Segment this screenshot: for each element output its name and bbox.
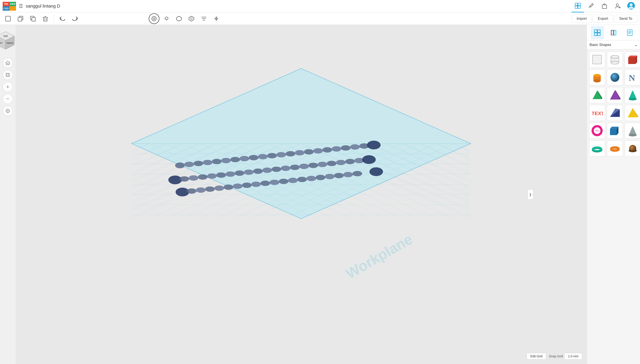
chevron-right-icon: ❯ [529,193,532,196]
logo-cell-cad: CAD [3,6,9,11]
ruler-panel-tab[interactable] [607,26,620,39]
shape-pyramid-purple[interactable] [607,87,623,103]
shape-torus-pink[interactable] [589,123,605,139]
snap2-tool-btn[interactable] [186,13,197,24]
svg-point-138 [189,175,199,181]
undo-tool-btn[interactable] [57,13,68,24]
svg-point-118 [212,159,222,164]
mirror-tool-btn[interactable] [211,13,222,24]
toolbar-right-actions: Import Export Send To [571,15,637,23]
shape-cylinder-orange[interactable] [589,69,605,85]
shape-box-hole[interactable] [589,52,605,68]
light-tool-btn[interactable] [161,13,172,24]
svg-point-10 [629,3,633,6]
svg-point-116 [194,161,203,166]
svg-point-216 [610,73,619,82]
duplicate-tool-btn[interactable] [28,13,38,24]
notes-panel-tab[interactable] [623,26,636,39]
shapes-dropdown[interactable]: Basic Shapes Letters Numbers Math Symbol… [587,40,640,49]
delete-tool-btn[interactable] [40,13,51,24]
svg-point-150 [299,164,309,169]
svg-rect-11 [6,16,11,21]
snap-grid-control: Snap Grid 1.0 mm [549,353,582,360]
shape-pyramid-green[interactable] [589,87,605,103]
svg-point-131 [332,146,341,152]
shape-pyramid-yellow[interactable] [625,105,640,121]
shape-box-blue[interactable] [607,123,623,139]
shape-box-red[interactable] [625,52,640,68]
shape-cone-gray[interactable] [625,123,640,139]
shape-donut-orange[interactable] [607,140,623,156]
align-tool-btn[interactable] [199,13,209,24]
nav-avatar-btn[interactable] [625,0,637,12]
svg-point-240 [611,146,619,150]
svg-rect-16 [44,17,47,21]
svg-text:TEXT: TEXT [591,111,603,116]
list-view-icon[interactable]: ☰ [19,3,23,9]
svg-point-120 [230,157,240,162]
topbar: TIN KER CAD ☰ sanggul lintang D [0,0,640,12]
orientation-btn[interactable] [3,106,13,116]
svg-point-125 [276,152,286,157]
svg-point-169 [279,179,289,184]
fit-view-btn[interactable] [3,70,13,80]
svg-point-212 [593,74,601,77]
edit-grid-btn[interactable]: Edit Grid [527,353,546,360]
svg-point-124 [267,153,277,158]
copy-tool-btn[interactable] [15,13,26,24]
svg-point-163 [224,184,233,190]
new-tool-btn[interactable] [3,13,13,24]
right-panel: Basic Shapes Letters Numbers Math Symbol… [587,25,640,364]
svg-text:FRONT: FRONT [7,42,14,44]
home-view-btn[interactable] [3,58,13,68]
svg-point-148 [281,166,291,171]
snap-grid-value[interactable]: 1.0 mm [564,353,582,360]
project-title[interactable]: sanggul lintang D [26,4,569,9]
svg-point-213 [593,79,601,82]
camera-tool-btn[interactable] [149,13,159,24]
svg-point-153 [327,161,337,166]
export-btn[interactable]: Export [593,15,613,23]
svg-rect-3 [578,6,580,8]
svg-point-139 [198,174,208,180]
shape-n-blue[interactable]: N [625,69,640,85]
center-tools [149,13,222,24]
panel-toggle-btn[interactable]: ❯ [527,189,533,200]
import-btn[interactable]: Import [571,15,592,23]
redo-tool-btn[interactable] [70,13,80,24]
svg-point-133 [350,144,360,150]
svg-point-143 [235,170,245,176]
zoom-out-btn[interactable]: − [3,94,13,104]
viewport-cube[interactable]: TOP LEFT FRONT [0,29,18,54]
nav-add-user-btn[interactable] [611,0,624,12]
svg-rect-183 [597,33,600,36]
shape-sphere-blue[interactable] [607,69,623,85]
logo-cell-tin: TIN [3,2,9,6]
grid-panel-tab[interactable] [591,26,604,39]
nav-tools-btn[interactable] [585,0,597,12]
nav-grid-btn[interactable] [571,0,584,12]
svg-line-4 [589,6,590,8]
shape-cone-teal[interactable] [625,87,640,103]
right-panel-tabs [587,25,640,40]
nav-bag-btn[interactable] [598,0,611,12]
snap-tool-btn[interactable] [174,13,184,24]
svg-text:N: N [629,73,635,83]
shape-text-red[interactable]: TEXT [589,105,605,121]
shape-torus-teal[interactable] [589,140,605,156]
shape-wedge-blue[interactable] [607,105,623,121]
svg-rect-180 [594,30,597,32]
svg-rect-199 [593,55,601,64]
3d-viewport[interactable]: Workplane Edit Grid Snap Grid 1.0 mm ❯ [16,25,587,364]
logo-cell-ker: KER [9,2,16,6]
send-to-btn[interactable]: Send To [614,15,637,23]
svg-point-170 [288,178,298,183]
svg-point-171 [297,177,307,182]
shape-sphere-brown[interactable] [625,140,640,156]
tinkercad-logo[interactable]: TIN KER CAD [3,2,16,11]
svg-point-129 [313,148,323,154]
zoom-in-btn[interactable]: + [3,82,13,92]
shapes-select[interactable]: Basic Shapes Letters Numbers Math Symbol… [589,43,634,47]
shape-cylinder-hole[interactable] [607,52,623,68]
top-right-icons [571,0,637,12]
